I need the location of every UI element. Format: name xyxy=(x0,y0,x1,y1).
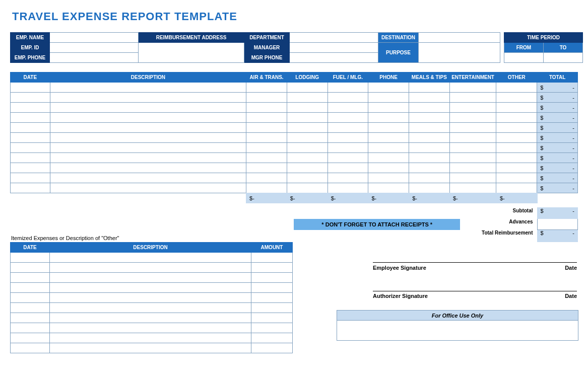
itemized-cell[interactable] xyxy=(11,333,50,343)
expense-cell[interactable] xyxy=(246,93,287,103)
expense-cell[interactable] xyxy=(496,163,537,173)
expense-cell[interactable] xyxy=(368,103,409,113)
itemized-cell[interactable] xyxy=(50,293,251,303)
expense-cell[interactable] xyxy=(50,103,246,113)
input-from[interactable] xyxy=(504,53,544,63)
expense-cell[interactable] xyxy=(328,93,368,103)
input-department[interactable] xyxy=(290,33,378,43)
expense-cell[interactable] xyxy=(409,183,449,193)
itemized-cell[interactable] xyxy=(11,343,50,353)
expense-cell[interactable] xyxy=(368,163,409,173)
expense-cell[interactable] xyxy=(50,173,246,183)
expense-cell[interactable] xyxy=(287,133,328,143)
expense-cell[interactable] xyxy=(287,123,328,133)
expense-cell[interactable] xyxy=(449,153,496,163)
expense-cell[interactable] xyxy=(368,93,409,103)
expense-cell[interactable] xyxy=(50,123,246,133)
expense-cell[interactable] xyxy=(368,153,409,163)
itemized-cell[interactable] xyxy=(50,253,251,263)
expense-cell[interactable] xyxy=(246,143,287,153)
expense-cell[interactable] xyxy=(409,143,449,153)
expense-cell[interactable] xyxy=(368,123,409,133)
expense-cell[interactable] xyxy=(496,93,537,103)
input-manager[interactable] xyxy=(290,43,378,53)
input-purpose[interactable] xyxy=(419,43,500,63)
expense-cell[interactable] xyxy=(287,173,328,183)
itemized-cell[interactable] xyxy=(11,313,50,323)
expense-cell[interactable] xyxy=(50,183,246,193)
expense-cell[interactable] xyxy=(496,103,537,113)
input-advances[interactable] xyxy=(537,219,577,230)
expense-cell[interactable] xyxy=(449,123,496,133)
expense-cell[interactable] xyxy=(496,173,537,183)
itemized-cell[interactable] xyxy=(50,313,251,323)
expense-cell[interactable] xyxy=(50,153,246,163)
itemized-cell[interactable] xyxy=(251,283,293,293)
expense-cell[interactable] xyxy=(368,183,409,193)
expense-cell[interactable] xyxy=(368,143,409,153)
expense-cell[interactable] xyxy=(368,83,409,93)
expense-cell[interactable] xyxy=(50,133,246,143)
expense-cell[interactable] xyxy=(449,103,496,113)
itemized-cell[interactable] xyxy=(50,343,251,353)
itemized-cell[interactable] xyxy=(11,283,50,293)
expense-cell[interactable] xyxy=(449,173,496,183)
itemized-cell[interactable] xyxy=(251,333,293,343)
expense-cell[interactable] xyxy=(496,153,537,163)
itemized-cell[interactable] xyxy=(50,283,251,293)
itemized-cell[interactable] xyxy=(50,263,251,273)
expense-cell[interactable] xyxy=(50,143,246,153)
input-emp-name[interactable] xyxy=(50,33,139,43)
expense-cell[interactable] xyxy=(328,143,368,153)
expense-cell[interactable] xyxy=(328,113,368,123)
expense-cell[interactable] xyxy=(11,83,50,93)
itemized-cell[interactable] xyxy=(251,263,293,273)
expense-cell[interactable] xyxy=(287,113,328,123)
expense-cell[interactable] xyxy=(246,133,287,143)
input-destination[interactable] xyxy=(419,33,500,43)
expense-cell[interactable] xyxy=(246,123,287,133)
expense-cell[interactable] xyxy=(409,163,449,173)
expense-cell[interactable] xyxy=(11,93,50,103)
expense-cell[interactable] xyxy=(287,103,328,113)
itemized-cell[interactable] xyxy=(50,323,251,333)
expense-cell[interactable] xyxy=(449,163,496,173)
expense-cell[interactable] xyxy=(50,113,246,123)
expense-cell[interactable] xyxy=(409,153,449,163)
expense-cell[interactable] xyxy=(287,93,328,103)
expense-cell[interactable] xyxy=(409,113,449,123)
expense-cell[interactable] xyxy=(328,173,368,183)
expense-cell[interactable] xyxy=(449,183,496,193)
expense-cell[interactable] xyxy=(246,153,287,163)
itemized-cell[interactable] xyxy=(251,343,293,353)
itemized-cell[interactable] xyxy=(11,263,50,273)
expense-cell[interactable] xyxy=(11,153,50,163)
expense-cell[interactable] xyxy=(287,83,328,93)
expense-cell[interactable] xyxy=(368,133,409,143)
expense-cell[interactable] xyxy=(11,133,50,143)
expense-cell[interactable] xyxy=(50,83,246,93)
expense-cell[interactable] xyxy=(287,143,328,153)
expense-cell[interactable] xyxy=(449,133,496,143)
input-mgr-phone[interactable] xyxy=(290,53,378,63)
input-to[interactable] xyxy=(544,53,583,63)
expense-cell[interactable] xyxy=(11,173,50,183)
itemized-cell[interactable] xyxy=(11,293,50,303)
itemized-cell[interactable] xyxy=(251,323,293,333)
itemized-cell[interactable] xyxy=(251,313,293,323)
expense-cell[interactable] xyxy=(409,173,449,183)
input-reimb-addr[interactable] xyxy=(139,43,244,63)
expense-cell[interactable] xyxy=(368,173,409,183)
expense-cell[interactable] xyxy=(11,143,50,153)
expense-cell[interactable] xyxy=(368,113,409,123)
expense-cell[interactable] xyxy=(246,173,287,183)
expense-cell[interactable] xyxy=(409,93,449,103)
expense-cell[interactable] xyxy=(496,83,537,93)
expense-cell[interactable] xyxy=(287,163,328,173)
expense-cell[interactable] xyxy=(11,163,50,173)
itemized-cell[interactable] xyxy=(11,303,50,313)
itemized-cell[interactable] xyxy=(50,273,251,283)
itemized-cell[interactable] xyxy=(11,323,50,333)
input-emp-phone[interactable] xyxy=(50,53,139,63)
expense-cell[interactable] xyxy=(449,83,496,93)
